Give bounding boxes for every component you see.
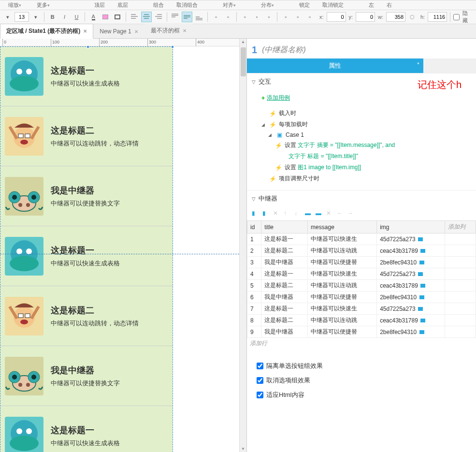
add-row-label[interactable]: 添加行 — [247, 338, 476, 349]
tool-d-button[interactable]: ▫ — [252, 12, 262, 22]
event-onload[interactable]: ⚡ 载入时 — [261, 108, 471, 119]
column-header-title[interactable]: title — [261, 221, 308, 233]
guide-line — [0, 254, 246, 254]
ruler-horizontal: 0 100 200 300 400 — [0, 39, 246, 46]
font-family-dropdown[interactable]: ▾ — [2, 12, 13, 22]
repeater-data-table[interactable]: idtitlemessageimg添加列 1这是标题一中继器可以快速生45d72… — [247, 220, 476, 338]
text-color-button[interactable]: A — [88, 12, 99, 22]
image-icon — [419, 261, 424, 264]
add-column[interactable]: 添加列 — [445, 221, 476, 233]
close-icon[interactable]: ✕ — [134, 29, 138, 34]
section-header-repeater[interactable]: ▽ 中继器 — [247, 190, 476, 207]
w-label: w: — [378, 14, 383, 20]
bold-button[interactable]: B — [47, 12, 58, 22]
underline-button[interactable]: U — [71, 12, 82, 22]
table-row[interactable]: 8这是标题二中继器可以连动跳ceac43b31789 — [247, 315, 476, 326]
close-icon[interactable]: ✕ — [83, 29, 87, 34]
column-header-message[interactable]: message — [308, 221, 377, 233]
align-left-button[interactable] — [129, 12, 140, 22]
font-size-input[interactable] — [14, 12, 29, 22]
valign-bottom-button[interactable] — [194, 12, 204, 22]
link-wh-icon[interactable]: ⬡ — [407, 12, 418, 22]
hidden-checkbox[interactable] — [453, 14, 460, 20]
section-repeater: ▽ 中继器 ▮ ▮ ✕ ↑ ↓ ▬ ▬ ✕ ← → idtitlemessage… — [247, 190, 476, 402]
table-row[interactable]: 9我是中继器中继器可以便捷替2be8fec94310 — [247, 326, 476, 338]
tab-other[interactable] — [423, 58, 476, 73]
tool-a-button[interactable]: ▫ — [211, 12, 221, 22]
image-icon — [420, 319, 425, 322]
tab-frame[interactable]: 最不济的框✕ — [144, 23, 193, 38]
canvas[interactable]: 0 100 200 300 400 这是标题一中继器可以快速生成表格这是标题二中… — [0, 39, 246, 452]
toolbar-item-right[interactable]: 右 — [381, 1, 398, 9]
toolbar-item-front[interactable]: 顶层 — [88, 1, 111, 9]
toolbar-item-left[interactable]: 左 — [363, 1, 380, 9]
tab-properties[interactable]: 属性* — [247, 58, 423, 73]
valign-middle-button[interactable] — [182, 12, 192, 22]
table-row[interactable]: 1这是标题一中继器可以快速生45d7225a273 — [247, 233, 476, 245]
h-input[interactable] — [428, 12, 447, 22]
tool-h-button[interactable]: ▫ — [304, 12, 315, 22]
toolbar-item-distribute[interactable]: 分布▾ — [255, 1, 280, 9]
add-row-above-icon[interactable]: ▬ — [305, 210, 313, 218]
close-icon[interactable]: ✕ — [183, 28, 187, 33]
align-right-button[interactable] — [153, 12, 164, 22]
toolbar-item-zoom[interactable]: 缩放▾ — [2, 1, 27, 9]
align-center-button[interactable] — [141, 12, 152, 22]
w-input[interactable] — [386, 12, 405, 22]
case-node[interactable]: ◢ ▣ Case 1 — [261, 130, 471, 140]
tool-b-button[interactable]: ▫ — [223, 12, 233, 22]
fill-color-button[interactable] — [100, 12, 111, 22]
move-up-icon[interactable]: ↑ — [284, 210, 291, 218]
valign-top-button[interactable] — [170, 12, 180, 22]
table-row[interactable]: 2这是标题二中继器可以连动跳ceac43b31789 — [247, 245, 476, 257]
x-input[interactable] — [327, 12, 346, 22]
italic-button[interactable]: I — [59, 12, 70, 22]
event-eachload[interactable]: ◢⚡ 每项加载时 — [261, 119, 471, 130]
table-row[interactable]: 5这是标题二中继器可以连动跳ceac43b31789 — [247, 280, 476, 292]
action-setimage[interactable]: ⚡ 设置 图1 image to [[Item.img]] — [261, 162, 471, 173]
tool-c-button[interactable]: ▫ — [240, 12, 250, 22]
toolbar-item-ungroup[interactable]: 取消组合 — [171, 1, 203, 9]
action-settext[interactable]: ⚡ 设置 文字于 摘要 = "[[Item.message]]", and — [261, 140, 471, 151]
table-row[interactable]: 6我是中继器中继器可以便捷替2be8fec94310 — [247, 292, 476, 303]
move-down-icon[interactable]: ↓ — [294, 210, 302, 218]
move-left-icon[interactable]: ← — [337, 210, 345, 218]
column-header-id[interactable]: id — [247, 221, 261, 233]
add-col-right-icon[interactable]: ▮ — [262, 210, 270, 218]
add-row-below-icon[interactable]: ▬ — [316, 210, 323, 218]
font-size-dropdown[interactable]: ▾ — [30, 12, 41, 22]
checkbox-fit-html[interactable] — [257, 392, 263, 398]
delete-col-icon[interactable]: ✕ — [273, 210, 281, 218]
scrollbar-thumb[interactable] — [241, 47, 246, 76]
column-header-img[interactable]: img — [377, 221, 445, 233]
scrollbar-vertical[interactable]: ▲ ▼ — [239, 39, 246, 452]
y-input[interactable] — [356, 12, 375, 22]
checkbox-isolate[interactable] — [257, 363, 263, 369]
tab-newpage1[interactable]: New Page 1✕ — [93, 25, 144, 38]
toolbar-item-group[interactable]: 组合 — [147, 1, 170, 9]
tool-g-button[interactable]: ▫ — [292, 12, 303, 22]
tool-f-button[interactable]: ▫ — [280, 12, 291, 22]
tool-e-button[interactable]: ▫ — [263, 12, 274, 22]
tab-state1[interactable]: 定区域 / State1 (最不济的框)✕ — [0, 24, 93, 39]
move-right-icon[interactable]: → — [347, 210, 355, 218]
table-row[interactable]: 3我是中继器中继器可以便捷替2be8fec94310 — [247, 257, 476, 268]
page-tabs: 定区域 / State1 (最不济的框)✕ New Page 1✕ 最不济的框✕ — [0, 24, 476, 39]
add-col-left-icon[interactable]: ▮ — [252, 210, 260, 218]
border-color-button[interactable] — [112, 12, 123, 22]
toolbar-item-unlock[interactable]: 取消锁定 — [317, 1, 349, 9]
toolbar-item-more[interactable]: 更多▾ — [31, 1, 56, 9]
widget-name[interactable]: (中继器名称) — [262, 45, 306, 55]
checkbox-isolate-row: 隔离单选按钮组效果 — [247, 359, 476, 373]
table-row[interactable]: 7这是标题一中继器可以快速生45d7225a273 — [247, 303, 476, 315]
toolbar-item-align[interactable]: 对齐▾ — [217, 1, 242, 9]
caret-down-icon: ▽ — [252, 79, 256, 85]
event-resize[interactable]: ⚡ 项目调整尺寸时 — [261, 173, 471, 184]
table-row[interactable]: 4这是标题一中继器可以快速生45d7225a273 — [247, 268, 476, 280]
toolbar-item-lock[interactable]: 锁定 — [293, 1, 316, 9]
delete-row-icon[interactable]: ✕ — [326, 210, 334, 218]
format-toolbar: ▾ ▾ B I U A ▫ ▫ ▫ ▫ ▫ ▫ ▫ ▫ x: y: w: ⬡ h… — [0, 10, 476, 24]
toolbar-item-back[interactable]: 底层 — [112, 1, 134, 9]
add-case-link[interactable]: + 添加用例 — [261, 92, 471, 104]
checkbox-cancel-selection[interactable] — [257, 377, 263, 384]
